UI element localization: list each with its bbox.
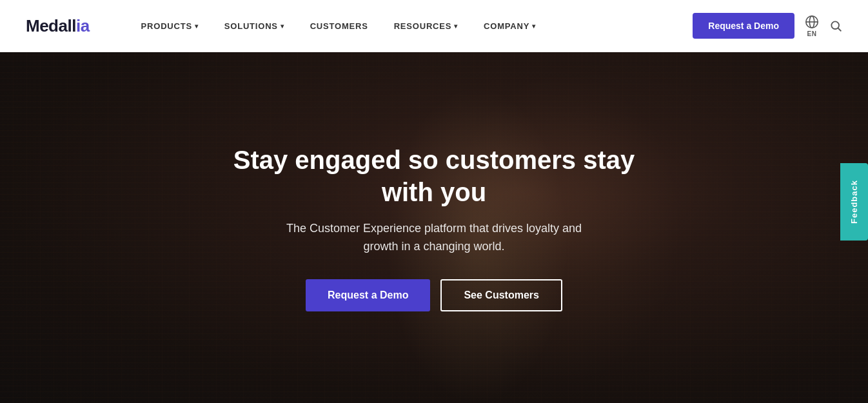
- navbar-actions: Request a Demo EN: [693, 13, 842, 39]
- chevron-down-icon: ▾: [281, 23, 284, 30]
- chevron-down-icon: ▾: [195, 23, 199, 30]
- feedback-button[interactable]: Feedback: [840, 163, 868, 241]
- hero-buttons: Request a Demo See Customers: [215, 279, 653, 311]
- feedback-tab[interactable]: Feedback: [840, 163, 868, 241]
- search-button[interactable]: [829, 19, 842, 32]
- nav-item-customers[interactable]: CUSTOMERS: [297, 0, 381, 52]
- language-selector[interactable]: EN: [805, 15, 819, 37]
- nav-item-company[interactable]: COMPANY ▾: [471, 0, 549, 52]
- nav-item-products[interactable]: PRODUCTS ▾: [128, 0, 212, 52]
- nav-item-resources[interactable]: RESOURCES ▾: [381, 0, 471, 52]
- svg-point-3: [831, 21, 839, 29]
- navbar: Medallia PRODUCTS ▾ SOLUTIONS ▾ CUSTOMER…: [0, 0, 868, 52]
- hero-content: Stay engaged so customers stay with you …: [202, 131, 666, 324]
- hero-see-customers-button[interactable]: See Customers: [440, 279, 562, 311]
- nav-links: PRODUCTS ▾ SOLUTIONS ▾ CUSTOMERS RESOURC…: [128, 0, 549, 52]
- search-icon: [829, 19, 842, 32]
- chevron-down-icon: ▾: [532, 23, 536, 30]
- hero-request-demo-button[interactable]: Request a Demo: [306, 279, 430, 311]
- hero-subtitle: The Customer Experience platform that dr…: [215, 220, 653, 256]
- request-demo-button[interactable]: Request a Demo: [693, 13, 794, 39]
- brand-logo[interactable]: Medallia: [26, 16, 90, 36]
- svg-line-4: [838, 28, 842, 32]
- hero-section: Stay engaged so customers stay with you …: [0, 52, 868, 403]
- hero-title: Stay engaged so customers stay with you: [215, 144, 653, 208]
- nav-item-solutions[interactable]: SOLUTIONS ▾: [212, 0, 297, 52]
- chevron-down-icon: ▾: [454, 23, 458, 30]
- globe-icon: [805, 15, 819, 29]
